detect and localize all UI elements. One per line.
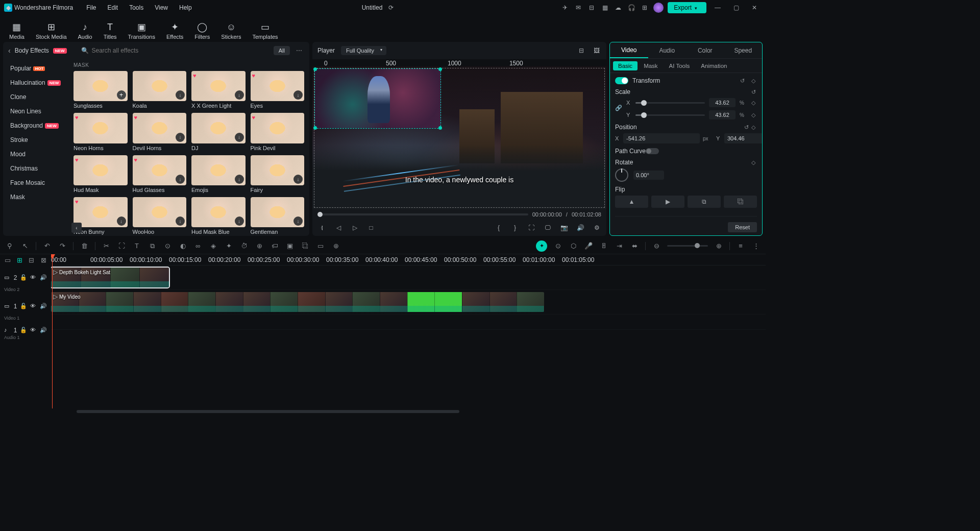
inspector-subtab-animation[interactable]: Animation bbox=[696, 61, 732, 70]
motion-icon[interactable]: ◈ bbox=[209, 242, 218, 251]
lock-icon[interactable]: 🔓 bbox=[20, 303, 27, 310]
layout-icon[interactable]: ▦ bbox=[600, 3, 609, 12]
scale-y-slider[interactable] bbox=[635, 114, 705, 116]
favorite-icon[interactable]: ♥ bbox=[75, 157, 82, 164]
download-icon[interactable]: ↓ bbox=[293, 216, 303, 226]
prev-frame-button[interactable]: ⦉ bbox=[317, 223, 327, 232]
marker-icon[interactable]: ⬡ bbox=[569, 242, 578, 251]
visibility-icon[interactable]: 👁 bbox=[30, 274, 37, 281]
headphones-icon[interactable]: 🎧 bbox=[627, 3, 636, 12]
display-icon[interactable]: 🖵 bbox=[543, 223, 552, 232]
effect-card[interactable]: ♥Neon Horns bbox=[74, 113, 128, 151]
user-avatar[interactable] bbox=[653, 3, 664, 13]
menu-edit[interactable]: Edit bbox=[103, 2, 124, 13]
crop-icon[interactable]: ⛶ bbox=[527, 223, 536, 232]
category-clone[interactable]: Clone bbox=[3, 90, 68, 104]
more-options-icon[interactable]: ⋯ bbox=[294, 47, 304, 54]
cloud-icon[interactable]: ☁ bbox=[614, 3, 623, 12]
favorite-icon[interactable]: ♥ bbox=[75, 199, 82, 206]
cloud-sync-icon[interactable]: ⟳ bbox=[386, 3, 396, 12]
scale-x-input[interactable] bbox=[709, 98, 736, 107]
tab-templates[interactable]: ▭Templates bbox=[247, 18, 283, 42]
group-icon[interactable]: ▣ bbox=[285, 242, 295, 251]
category-christmas[interactable]: Christmas bbox=[3, 161, 68, 176]
inspector-subtab-mask[interactable]: Mask bbox=[639, 61, 663, 70]
menu-file[interactable]: File bbox=[81, 2, 101, 13]
send-icon[interactable]: ✈ bbox=[560, 3, 570, 12]
mark-in-icon[interactable]: { bbox=[494, 223, 503, 232]
volume-icon[interactable]: 🔊 bbox=[576, 223, 585, 232]
effect-card[interactable]: ↓DJ bbox=[191, 113, 246, 151]
effect-card[interactable]: ↓Koala bbox=[133, 71, 187, 109]
download-icon[interactable]: ↓ bbox=[293, 90, 303, 100]
visibility-icon[interactable]: 👁 bbox=[30, 327, 37, 334]
effect-card[interactable]: ↓Hud Mask Blue bbox=[191, 197, 246, 235]
link-icon[interactable]: 🔗 bbox=[615, 105, 622, 111]
magnet-icon[interactable]: ⚲ bbox=[5, 242, 14, 251]
tab-audio[interactable]: ♪Audio bbox=[73, 19, 97, 42]
category-popular[interactable]: PopularHOT bbox=[3, 61, 68, 76]
timeline-ruler[interactable]: 00:0000:00:05:0000:00:10:0000:00:15:0000… bbox=[51, 254, 766, 266]
category-face-mosaic[interactable]: Face Mosaic bbox=[3, 176, 68, 190]
mute-icon[interactable]: 🔊 bbox=[40, 274, 47, 281]
track-header-v2[interactable]: ▭2🔓👁🔊 bbox=[0, 266, 51, 290]
effect-card[interactable]: ↓Fairy bbox=[251, 155, 305, 193]
track-v2[interactable]: ▷Depth Bokeh Light Sat bbox=[51, 266, 766, 290]
scale-y-input[interactable] bbox=[709, 110, 736, 119]
keyframe-icon[interactable]: ◇ bbox=[750, 124, 757, 131]
lock-icon[interactable]: 🔓 bbox=[20, 274, 27, 281]
position-y-input[interactable] bbox=[724, 133, 762, 143]
category-neon-lines[interactable]: Neon Lines bbox=[3, 104, 68, 118]
device-icon[interactable]: ⊟ bbox=[587, 3, 596, 12]
image-mode-icon[interactable]: 🖼 bbox=[592, 46, 601, 55]
tab-media[interactable]: ▦Media bbox=[4, 18, 30, 42]
mark-out-icon[interactable]: } bbox=[510, 223, 520, 232]
tab-effects[interactable]: ✦Effects bbox=[161, 18, 188, 42]
download-icon[interactable]: ↓ bbox=[176, 90, 185, 100]
copy-button[interactable]: ⧉ bbox=[688, 196, 721, 208]
inspector-subtab-ai-tools[interactable]: AI Tools bbox=[664, 61, 695, 70]
effect-card[interactable]: ♥↓X X Green Light bbox=[191, 71, 246, 109]
effect-card[interactable]: ♥↓Eyes bbox=[251, 71, 305, 109]
favorite-icon[interactable]: ♥ bbox=[252, 73, 259, 80]
inspector-tab-audio[interactable]: Audio bbox=[648, 42, 687, 58]
track-header-v1[interactable]: ▭1🔓👁🔊 bbox=[0, 294, 51, 319]
effect-card[interactable]: ↓WooHoo bbox=[133, 197, 187, 235]
crop-icon[interactable]: ⛶ bbox=[117, 242, 126, 251]
paste-button[interactable]: ⿻ bbox=[724, 196, 757, 208]
scale-x-slider[interactable] bbox=[635, 102, 705, 104]
minimize-button[interactable]: — bbox=[710, 3, 725, 13]
collapse-sidebar-button[interactable]: ‹ bbox=[71, 223, 82, 233]
favorite-icon[interactable]: ♥ bbox=[193, 73, 200, 80]
track-opt-3-icon[interactable]: ⊟ bbox=[27, 255, 36, 264]
inspector-tab-video[interactable]: Video bbox=[610, 42, 648, 58]
quality-dropdown[interactable]: Full Quality bbox=[341, 46, 386, 55]
download-icon[interactable]: ↓ bbox=[293, 175, 303, 184]
menu-help[interactable]: Help bbox=[174, 2, 197, 13]
rotate-input[interactable] bbox=[633, 171, 664, 180]
rotate-wheel[interactable] bbox=[615, 168, 628, 182]
category-mask[interactable]: Mask bbox=[3, 190, 68, 204]
transform-toggle[interactable] bbox=[615, 77, 628, 84]
record-icon[interactable]: ⊙ bbox=[553, 242, 562, 251]
reset-icon[interactable]: ↺ bbox=[739, 77, 746, 84]
keyframe-icon[interactable]: ◇ bbox=[750, 99, 757, 106]
inspector-tab-speed[interactable]: Speed bbox=[724, 42, 763, 58]
timeline-settings-icon[interactable]: ⋮ bbox=[751, 242, 761, 251]
favorite-icon[interactable]: ♥ bbox=[134, 157, 141, 164]
preview-canvas[interactable]: In the video, a newlywed couple is bbox=[312, 66, 606, 209]
tab-filters[interactable]: ◯Filters bbox=[189, 18, 215, 42]
mute-icon[interactable]: 🔊 bbox=[40, 327, 47, 334]
flip-vertical-button[interactable]: ▶ bbox=[651, 196, 684, 208]
favorite-icon[interactable]: ♥ bbox=[252, 114, 259, 122]
clip[interactable]: ▷My Video bbox=[51, 292, 544, 312]
zoom-in-icon[interactable]: ⊕ bbox=[714, 242, 723, 251]
scrub-bar[interactable] bbox=[317, 213, 528, 215]
color-icon[interactable]: ◐ bbox=[178, 242, 187, 251]
cut-icon[interactable]: ✂ bbox=[102, 242, 111, 251]
inspector-subtab-basic[interactable]: Basic bbox=[613, 61, 638, 70]
favorite-icon[interactable]: ♥ bbox=[134, 114, 141, 122]
keyframe-icon[interactable]: ◇ bbox=[750, 159, 757, 166]
category-hallucination[interactable]: HallucinationNEW bbox=[3, 76, 68, 90]
timer-icon[interactable]: ⏱ bbox=[239, 242, 249, 251]
